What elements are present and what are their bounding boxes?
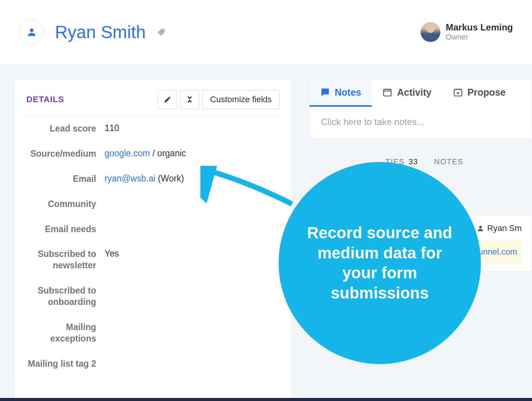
svg-point-0 [30, 28, 33, 32]
summary-tabs: TIES 33 NOTES [309, 157, 532, 166]
annotation-callout: Record source and medium data for your f… [279, 162, 481, 364]
field-mailing-exceptions: Mailing exceptions [26, 315, 280, 351]
tab-activity[interactable]: Activity [372, 79, 442, 107]
details-title: DETAILS [26, 95, 64, 104]
calendar-plus-icon [453, 87, 463, 97]
collapse-button[interactable] [180, 90, 199, 109]
person-icon [26, 27, 37, 37]
contact-chip[interactable]: Ryan Sm [477, 223, 522, 233]
svg-rect-1 [384, 89, 392, 96]
collapse-icon [185, 95, 194, 104]
field-lead-score: Lead score 110 [26, 116, 280, 141]
summary-notes[interactable]: NOTES [434, 157, 463, 166]
contact-name[interactable]: Ryan Smith [55, 22, 146, 42]
callout-arrow [200, 166, 300, 212]
svg-point-3 [479, 226, 482, 228]
details-panel: DETAILS Customize fields Lead score 110 … [14, 79, 292, 401]
contact-header: Ryan Smith Markus Leming Owner [0, 0, 532, 64]
person-icon [477, 225, 484, 232]
tag-icon[interactable] [154, 27, 166, 37]
calendar-icon [382, 87, 392, 97]
notes-input[interactable]: Click here to take notes... [310, 107, 532, 139]
field-subscribed-onboarding: Subscribed to onboarding [26, 278, 280, 315]
owner-role: Owner [446, 33, 513, 42]
note-icon [320, 87, 330, 97]
tab-notes[interactable]: Notes [310, 79, 372, 107]
source-link[interactable]: google.com [105, 148, 150, 158]
owner-name: Markus Leming [446, 22, 513, 33]
contact-avatar[interactable] [19, 19, 44, 45]
customize-fields-button[interactable]: Customize fields [202, 90, 280, 109]
edit-button[interactable] [158, 90, 177, 109]
tab-propose[interactable]: Propose [442, 79, 516, 107]
field-email-needs: Email needs [26, 217, 280, 242]
owner-avatar [421, 22, 440, 42]
owner-block[interactable]: Markus Leming Owner [421, 22, 513, 42]
email-link[interactable]: ryan@wsb.ai [105, 173, 155, 183]
tabs-card: Notes Activity Propose Click here to tak… [309, 79, 532, 139]
bottom-bar [0, 398, 532, 401]
pencil-icon [164, 96, 171, 103]
field-mailing-list-tag2: Mailing list tag 2 [26, 351, 280, 377]
field-subscribed-newsletter: Subscribed to newsletter Yes [26, 242, 280, 278]
field-source-medium: Source/medium google.com / organic [26, 141, 280, 167]
